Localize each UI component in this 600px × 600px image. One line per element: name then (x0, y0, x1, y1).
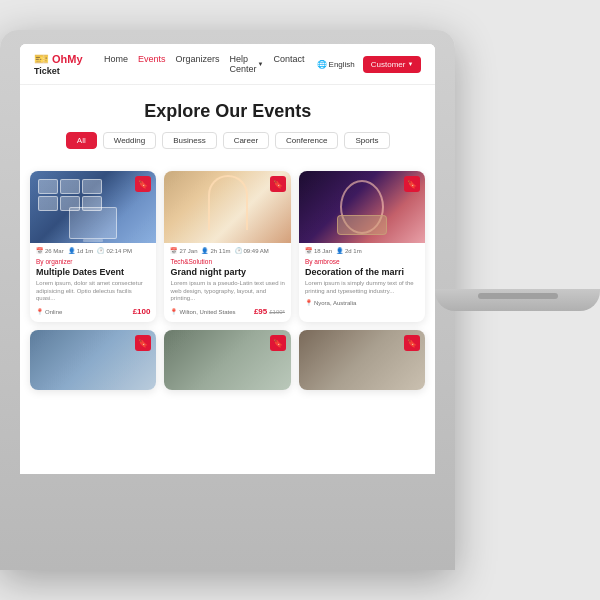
event-card-3: 🔖 📅 18 Jan 👤 2d 1m By ambrose (299, 171, 425, 322)
tab-business[interactable]: Business (162, 132, 216, 149)
nav-help[interactable]: Help Center ▼ (230, 54, 264, 74)
event-footer-1: 📍 Online £100 (36, 307, 150, 316)
bookmark-button-1[interactable]: 🔖 (135, 176, 151, 192)
meta-duration-1: 👤 1d 1m (68, 247, 94, 254)
bookmark-icon: 🔖 (138, 180, 148, 189)
tab-wedding[interactable]: Wedding (103, 132, 156, 149)
bookmark-icon: 🔖 (407, 339, 417, 348)
event-title-2[interactable]: Grand night party (170, 267, 284, 278)
person-thumb (60, 179, 80, 194)
event-desc-1: Lorem ipsum, dolor sit amet consectetur … (36, 280, 150, 303)
partial-card-2: 🔖 (164, 330, 290, 390)
logo-ticket: Ticket (34, 66, 60, 76)
logo: 🎫 OhMy Ticket (34, 52, 92, 76)
laptop-screen: 🎫 OhMy Ticket Home Events Organizers Hel… (20, 44, 435, 474)
meta-date-3: 📅 18 Jan (305, 247, 332, 254)
wedding-arch (208, 175, 248, 230)
meta-time-2: 🕐 09:49 AM (235, 247, 269, 254)
bookmark-button-4[interactable]: 🔖 (135, 335, 151, 351)
event-desc-2: Lorem ipsum is a pseudo-Latin text used … (170, 280, 284, 303)
event-card-1: 🔖 📅 26 Mar 👤 1d 1m 🕐 02:1 (30, 171, 156, 322)
event-price-1: £100 (133, 307, 151, 316)
nav-contact[interactable]: Contact (274, 54, 305, 74)
event-organizer-2: Tech&Solution (170, 258, 284, 265)
event-location-3: 📍 Nyora, Australia (305, 299, 356, 306)
partial-card-3: 🔖 (299, 330, 425, 390)
event-organizer-3: By ambrose (305, 258, 419, 265)
nav-right: 🌐 English Customer ▼ (317, 56, 422, 73)
bookmark-icon: 🔖 (138, 339, 148, 348)
event-price-2: £95 (254, 307, 267, 316)
bookmark-icon: 🔖 (407, 180, 417, 189)
event-desc-3: Lorem ipsum is simply dummy text of the … (305, 280, 419, 296)
navbar: 🎫 OhMy Ticket Home Events Organizers Hel… (20, 44, 435, 85)
nav-events[interactable]: Events (138, 54, 166, 74)
logo-icon: 🎫 (34, 52, 49, 66)
event-footer-2: 📍 Wilton, United States £95 £100* (170, 307, 284, 316)
nav-organizers[interactable]: Organizers (176, 54, 220, 74)
price-group-2: £95 £100* (254, 307, 285, 316)
person-thumb (82, 179, 102, 194)
bookmark-button-6[interactable]: 🔖 (404, 335, 420, 351)
event-price-original-2: £100* (269, 309, 285, 315)
event-body-3: By ambrose Decoration of the marri Lorem… (299, 256, 425, 312)
person-thumb (38, 179, 58, 194)
page-title: Explore Our Events (30, 101, 425, 122)
meta-duration-2: 👤 2h 11m (201, 247, 230, 254)
bookmark-icon: 🔖 (273, 180, 283, 189)
laptop-display (69, 207, 117, 239)
person-thumb (38, 196, 58, 211)
language-selector[interactable]: 🌐 English (317, 60, 355, 69)
tab-career[interactable]: Career (223, 132, 269, 149)
event-organizer-1: By organizer (36, 258, 150, 265)
logo-oh-my: OhMy (52, 53, 83, 65)
hero-section: Explore Our Events All Wedding Business … (20, 85, 435, 171)
tab-conference[interactable]: Conference (275, 132, 338, 149)
location-icon: 📍 (170, 308, 177, 315)
event-card-2: 🔖 📅 27 Jan 👤 2h 11m 🕐 09: (164, 171, 290, 322)
bookmark-button-2[interactable]: 🔖 (270, 176, 286, 192)
event-meta-3: 📅 18 Jan 👤 2d 1m (299, 243, 425, 256)
location-icon: 📍 (305, 299, 312, 306)
nav-home[interactable]: Home (104, 54, 128, 74)
event-title-3[interactable]: Decoration of the marri (305, 267, 419, 278)
event-footer-3: 📍 Nyora, Australia (305, 299, 419, 306)
events-grid: 🔖 📅 26 Mar 👤 1d 1m 🕐 02:1 (20, 171, 435, 322)
bookmark-button-3[interactable]: 🔖 (404, 176, 420, 192)
event-location-2: 📍 Wilton, United States (170, 308, 235, 315)
events-row-2: 🔖 🔖 🔖 (20, 322, 435, 390)
tab-all[interactable]: All (66, 132, 97, 149)
laptop-base (435, 289, 600, 311)
laptop-outer: 🎫 OhMy Ticket Home Events Organizers Hel… (0, 30, 455, 570)
event-location-1: 📍 Online (36, 308, 62, 315)
meta-duration-3: 👤 2d 1m (336, 247, 362, 254)
partial-card-1: 🔖 (30, 330, 156, 390)
website: 🎫 OhMy Ticket Home Events Organizers Hel… (20, 44, 435, 474)
event-body-2: Tech&Solution Grand night party Lorem ip… (164, 256, 290, 322)
event-meta-1: 📅 26 Mar 👤 1d 1m 🕐 02:14 PM (30, 243, 156, 256)
meta-time-1: 🕐 02:14 PM (97, 247, 132, 254)
customer-button[interactable]: Customer ▼ (363, 56, 422, 73)
meta-date-2: 📅 27 Jan (170, 247, 197, 254)
event-meta-2: 📅 27 Jan 👤 2h 11m 🕐 09:49 AM (164, 243, 290, 256)
decoration-table (337, 215, 387, 235)
tab-sports[interactable]: Sports (344, 132, 389, 149)
nav-links: Home Events Organizers Help Center ▼ Con… (104, 54, 305, 74)
bookmark-icon: 🔖 (273, 339, 283, 348)
event-title-1[interactable]: Multiple Dates Event (36, 267, 150, 278)
filter-tabs: All Wedding Business Career Conference S… (30, 132, 425, 149)
meta-date-1: 📅 26 Mar (36, 247, 64, 254)
bookmark-button-5[interactable]: 🔖 (270, 335, 286, 351)
location-icon: 📍 (36, 308, 43, 315)
event-body-1: By organizer Multiple Dates Event Lorem … (30, 256, 156, 322)
